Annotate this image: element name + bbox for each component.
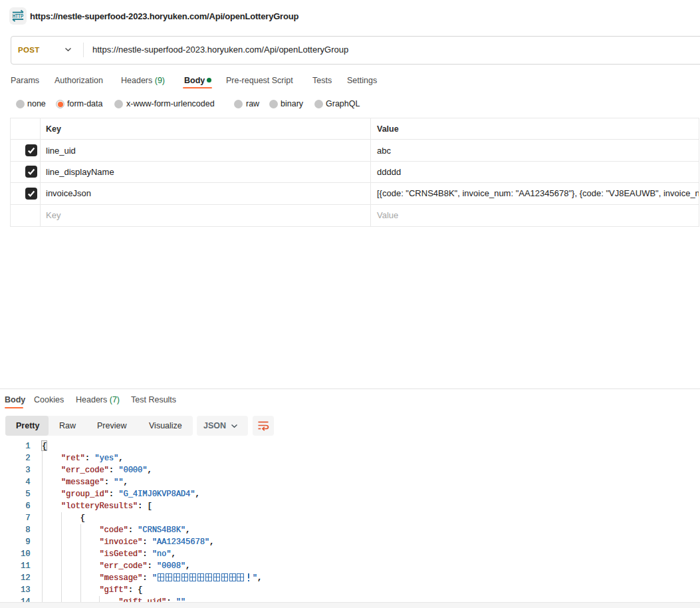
svg-text:HTTP: HTTP	[13, 13, 24, 19]
